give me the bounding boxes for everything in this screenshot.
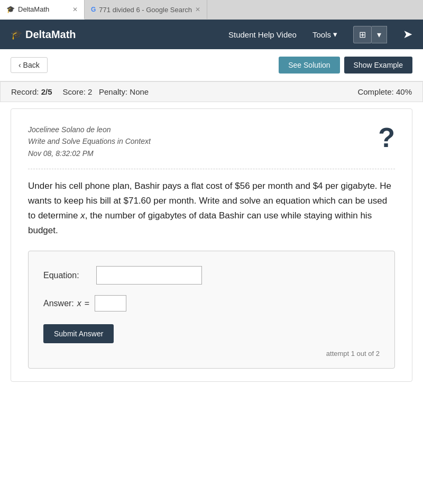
- see-solution-button[interactable]: See Solution: [279, 57, 339, 74]
- attempt-note: attempt 1 out of 2: [43, 350, 380, 358]
- google-tab-close[interactable]: ✕: [195, 6, 200, 13]
- student-name: Jocelinee Solano de leon: [28, 124, 151, 135]
- action-bar: ‹ Back See Solution Show Example: [0, 49, 423, 81]
- calculator-button[interactable]: ⊞: [353, 26, 372, 43]
- browser-chrome: 🎓 DeltaMath ✕ G 771 divided 6 - Google S…: [0, 0, 423, 20]
- exit-button[interactable]: ➤: [403, 28, 412, 41]
- content-area: ‹ Back See Solution Show Example Record:…: [0, 49, 423, 504]
- deltamath-tab-icon: 🎓: [6, 5, 15, 13]
- tab-bar: 🎓 DeltaMath ✕ G 771 divided 6 - Google S…: [0, 0, 423, 19]
- brand-logo[interactable]: 🎓 DeltaMath: [11, 29, 76, 41]
- calculator-group: ⊞ ▾: [353, 26, 387, 43]
- record-value: 2/5: [41, 87, 52, 96]
- problem-card: Jocelinee Solano de leon Write and Solve…: [11, 108, 412, 382]
- problem-topic: Write and Solve Equations in Context: [28, 135, 151, 147]
- divider: [28, 169, 395, 169]
- record-text: Record:: [11, 87, 39, 96]
- help-icon[interactable]: ?: [378, 124, 395, 151]
- student-info: Jocelinee Solano de leon Write and Solve…: [28, 124, 395, 159]
- tools-arrow-icon: ▾: [333, 30, 337, 39]
- tab-google[interactable]: G 771 divided 6 - Google Search ✕: [85, 0, 207, 19]
- record-bar: Record: 2/5 Score: 2 Penalty: None Compl…: [0, 81, 423, 102]
- tools-dropdown[interactable]: Tools ▾: [312, 30, 337, 39]
- show-example-button[interactable]: Show Example: [344, 57, 412, 74]
- complete-value: 40%: [396, 87, 412, 96]
- equation-label: Equation:: [43, 271, 91, 280]
- answer-input[interactable]: [95, 295, 126, 311]
- answer-label: Answer: x =: [43, 299, 89, 308]
- complete-label: Complete: 40%: [357, 87, 412, 96]
- penalty-label: Penalty: None: [99, 87, 149, 96]
- deltamath-tab-label: DeltaMath: [18, 5, 49, 13]
- brand-icon: 🎓: [11, 29, 22, 40]
- tools-label: Tools: [312, 30, 331, 39]
- answer-area: Equation: Answer: x = Submit Answer atte…: [28, 251, 395, 369]
- tab-deltamath[interactable]: 🎓 DeltaMath ✕: [0, 0, 85, 20]
- record-label: Record: 2/5: [11, 87, 52, 96]
- equation-row: Equation:: [43, 266, 380, 285]
- navbar: 🎓 DeltaMath Student Help Video Tools ▾ ⊞…: [0, 20, 423, 49]
- submit-answer-button[interactable]: Submit Answer: [43, 324, 114, 343]
- google-tab-icon: G: [91, 6, 96, 13]
- student-details: Jocelinee Solano de leon Write and Solve…: [28, 124, 151, 159]
- deltamath-tab-close[interactable]: ✕: [72, 6, 78, 13]
- problem-text: Under his cell phone plan, Bashir pays a…: [28, 179, 395, 238]
- brand-name: DeltaMath: [25, 29, 76, 41]
- penalty-value: None: [130, 87, 149, 96]
- score-label: Score: 2: [63, 87, 93, 96]
- google-tab-label: 771 divided 6 - Google Search: [99, 6, 192, 14]
- problem-date: Nov 08, 8:32:02 PM: [28, 148, 151, 159]
- equation-input[interactable]: [96, 266, 202, 285]
- student-help-link[interactable]: Student Help Video: [228, 30, 297, 39]
- calculator-dropdown-button[interactable]: ▾: [372, 26, 387, 43]
- score-value: 2: [88, 87, 92, 96]
- answer-row: Answer: x =: [43, 295, 380, 311]
- back-button[interactable]: ‹ Back: [11, 57, 48, 73]
- answer-variable: x: [77, 299, 81, 308]
